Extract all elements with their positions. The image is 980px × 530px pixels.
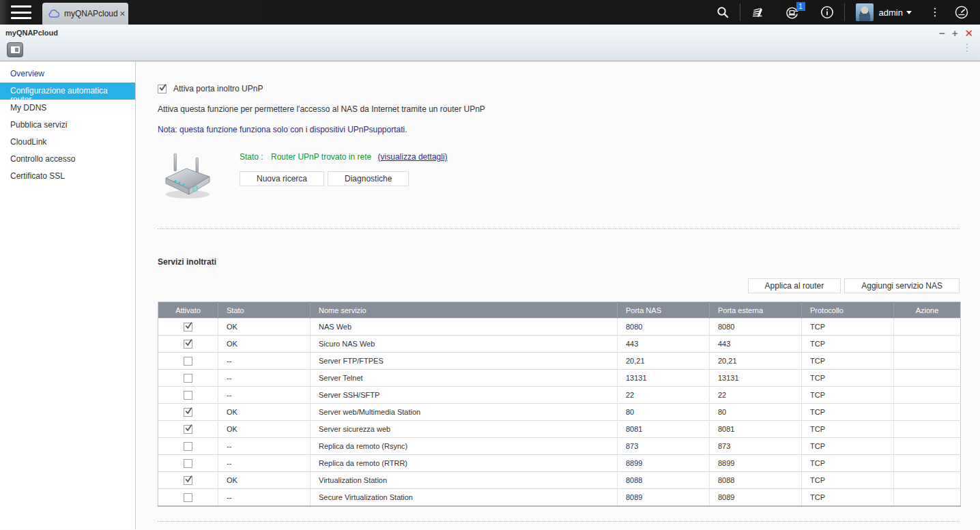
enabled-cell [158, 336, 218, 353]
action-cell [894, 353, 961, 370]
main-menu-icon[interactable] [11, 5, 31, 19]
router-illustration [160, 149, 215, 203]
enabled-cell [158, 404, 218, 421]
service-name-cell: Server web/Multimedia Station [311, 404, 618, 421]
action-cell [894, 472, 961, 489]
service-enabled-checkbox[interactable] [184, 459, 192, 468]
table-row: OKServer sicurezza web80818081TCP [158, 421, 961, 438]
user-menu[interactable]: admin [879, 8, 912, 18]
service-enabled-checkbox[interactable] [184, 357, 192, 366]
taskbar-separator [740, 3, 740, 21]
status-label: Stato : [240, 152, 263, 162]
user-avatar[interactable] [856, 3, 874, 21]
nas-port-cell: 873 [618, 438, 710, 455]
app-tab-myqnapcloud[interactable]: myQNAPcloud ✕ [42, 3, 128, 25]
apply-to-router-button[interactable]: Applica al router [748, 278, 841, 293]
table-row: --Secure Virtualization Station80898089T… [158, 489, 961, 506]
sidebar-item-pubblica-servizi[interactable]: Pubblica servizi [0, 117, 135, 134]
upnp-note: Nota: questa funzione funziona solo con … [158, 125, 960, 134]
action-cell [894, 370, 961, 387]
status-cell: OK [218, 421, 311, 438]
search-icon[interactable] [715, 5, 730, 20]
external-port-cell: 8080 [710, 319, 802, 336]
column-header-stato: Stato [218, 302, 311, 319]
service-enabled-checkbox[interactable] [184, 374, 192, 383]
status-cell: -- [218, 489, 311, 506]
action-cell [894, 319, 961, 336]
external-port-cell: 22 [710, 387, 802, 404]
service-enabled-checkbox[interactable] [184, 340, 192, 349]
maximize-icon[interactable]: + [952, 29, 958, 38]
tab-label: myQNAPcloud [64, 9, 118, 18]
service-name-cell: NAS Web [311, 319, 618, 336]
dashboard-gauge-icon[interactable] [954, 5, 969, 20]
nas-port-cell: 8088 [618, 472, 710, 489]
service-name-cell: Replica da remoto (RTRR) [311, 455, 618, 472]
background-tasks-icon[interactable] [750, 5, 765, 20]
close-icon[interactable]: ✕ [964, 29, 973, 38]
external-port-cell: 873 [710, 438, 802, 455]
service-enabled-checkbox[interactable] [184, 323, 192, 332]
sidebar-item-controllo-accesso[interactable]: Controllo accesso [0, 151, 135, 168]
tab-close-icon[interactable]: ✕ [118, 10, 127, 18]
rescan-button[interactable]: Nuova ricerca [240, 171, 324, 186]
view-details-link[interactable]: (visualizza dettagli) [378, 152, 448, 162]
protocol-cell: TCP [802, 353, 894, 370]
minimize-icon[interactable]: − [939, 29, 945, 38]
status-cell: OK [218, 319, 311, 336]
protocol-cell: TCP [802, 421, 894, 438]
taskbar-spacer2 [809, 3, 810, 21]
diagnostics-button[interactable]: Diagnostiche [328, 171, 409, 186]
service-name-cell: Server FTP/FTPES [311, 353, 618, 370]
upnp-checkbox[interactable] [158, 85, 167, 93]
status-cell: -- [218, 353, 311, 370]
status-value: Router UPnP trovato in rete [271, 152, 371, 162]
notifications-sync-icon[interactable]: 1 [785, 5, 800, 20]
services-table: Attivato Stato Nome servizio Porta NAS P… [158, 301, 961, 507]
nas-port-cell: 8899 [618, 455, 710, 472]
nas-port-cell: 22 [618, 387, 710, 404]
service-name-cell: Server SSH/SFTP [311, 387, 618, 404]
sidebar-item-configurazione-automatica-router[interactable]: Configurazione automatica router [0, 83, 135, 100]
protocol-cell: TCP [802, 387, 894, 404]
toggle-sidebar-button[interactable] [7, 42, 23, 57]
status-cell: -- [218, 455, 311, 472]
service-enabled-checkbox[interactable] [184, 442, 192, 451]
status-cell: OK [218, 336, 311, 353]
action-cell [894, 387, 961, 404]
toolbar-more-icon[interactable] [966, 44, 968, 52]
info-icon[interactable] [820, 5, 835, 20]
service-enabled-checkbox[interactable] [184, 425, 192, 434]
add-nas-service-button[interactable]: Aggiungi servizio NAS [844, 278, 960, 293]
divider-top [158, 229, 960, 229]
service-enabled-checkbox[interactable] [184, 493, 192, 502]
protocol-cell: TCP [802, 370, 894, 387]
external-port-cell: 8081 [710, 421, 802, 438]
protocol-cell: TCP [802, 455, 894, 472]
services-table-body: OKNAS Web80808080TCPOKSicuro NAS Web4434… [158, 319, 961, 506]
nas-port-cell: 13131 [618, 370, 710, 387]
service-enabled-checkbox[interactable] [184, 476, 192, 485]
divider-bottom [158, 521, 960, 522]
enabled-cell [158, 319, 218, 336]
nas-port-cell: 443 [618, 336, 710, 353]
sidebar-item-overview[interactable]: Overview [0, 65, 135, 83]
sidebar-item-certificato-ssl[interactable]: Certificato SSL [0, 168, 135, 185]
protocol-cell: TCP [802, 336, 894, 353]
sidebar-item-cloudlink[interactable]: CloudLink [0, 134, 135, 151]
more-options-icon[interactable]: ⋮ [929, 9, 940, 16]
action-cell [894, 438, 961, 455]
service-name-cell: Sicuro NAS Web [311, 336, 618, 353]
nas-port-cell: 80 [618, 404, 710, 421]
status-cell: OK [218, 472, 311, 489]
enabled-cell [158, 472, 218, 489]
action-cell [894, 336, 961, 353]
notification-badge: 1 [796, 2, 805, 11]
external-port-cell: 13131 [710, 370, 802, 387]
table-row: --Server Telnet1313113131TCP [158, 370, 961, 387]
service-enabled-checkbox[interactable] [184, 391, 192, 400]
panel-icon [11, 46, 20, 53]
service-enabled-checkbox[interactable] [184, 408, 192, 417]
action-cell [894, 489, 961, 506]
service-name-cell: Server Telnet [311, 370, 618, 387]
